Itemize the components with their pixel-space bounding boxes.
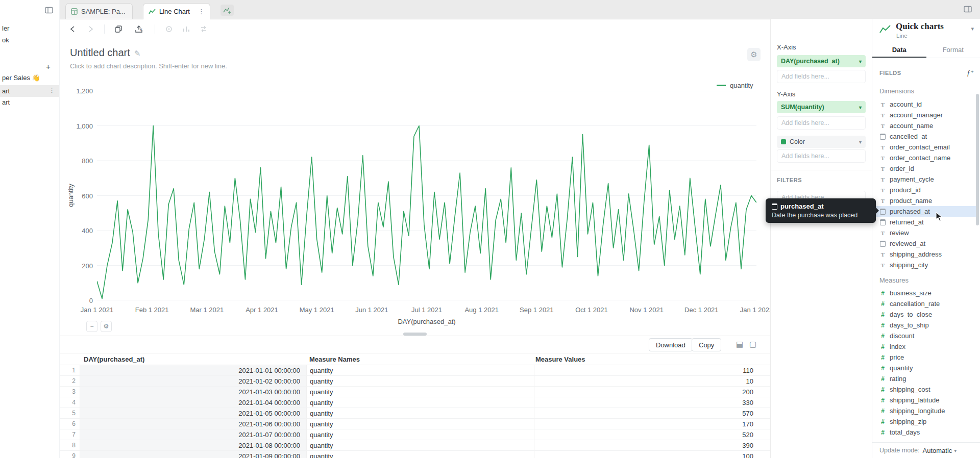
swap-axes-icon[interactable] xyxy=(198,23,209,35)
table-row[interactable]: 82021-01-08 00:00:00quantity390 xyxy=(59,440,770,451)
x-axis-field-pill[interactable]: DAY(purchased_at)▾ xyxy=(777,55,866,67)
field-item-days_to_close[interactable]: #days_to_close xyxy=(872,309,976,320)
sidebar-collapse-icon[interactable] xyxy=(44,5,54,15)
sidebar-item[interactable]: ler xyxy=(2,24,9,32)
chart-options-gear-icon[interactable]: ⚙ xyxy=(101,321,112,332)
field-item-cancelled_at[interactable]: cancelled_at xyxy=(872,131,976,142)
field-item-shipping_cost[interactable]: #shipping_cost xyxy=(872,384,976,395)
zoom-out-icon[interactable]: − xyxy=(86,321,97,332)
field-item-reviewed_at[interactable]: reviewed_at xyxy=(872,238,976,249)
field-item-days_to_ship[interactable]: #days_to_ship xyxy=(872,320,976,330)
field-item-index[interactable]: #index xyxy=(872,341,976,352)
field-item-account_manager[interactable]: Taccount_manager xyxy=(872,110,976,120)
chart-description-placeholder[interactable]: Click to add chart description. Shift-en… xyxy=(70,62,227,70)
vertical-scrollbar[interactable] xyxy=(976,94,979,225)
calendar-icon xyxy=(772,203,777,210)
toolbar-divider xyxy=(104,24,105,34)
column-header-measure-names[interactable]: Measure Names xyxy=(306,355,534,363)
tab-format[interactable]: Format xyxy=(926,42,980,58)
right-panel-toggle-icon[interactable] xyxy=(963,4,973,14)
field-label: price xyxy=(890,353,904,361)
cell-date: 2021-01-07 00:00:00 xyxy=(80,429,306,440)
sidebar-item[interactable]: per Sales 👋 xyxy=(2,74,40,82)
add-calculation-icon[interactable]: ƒ⁺ xyxy=(967,69,974,77)
field-item-business_size[interactable]: #business_size xyxy=(872,288,976,298)
field-item-shipping_zip[interactable]: #shipping_zip xyxy=(872,416,976,427)
color-section-toggle[interactable]: Color▾ xyxy=(777,136,866,148)
tab-data[interactable]: Data xyxy=(872,42,926,58)
edit-pencil-icon[interactable]: ✎ xyxy=(134,49,141,58)
x-tick-label: Oct 1 2021 xyxy=(575,306,608,314)
chevron-down-icon[interactable]: ▾ xyxy=(971,26,974,32)
cell-date: 2021-01-04 00:00:00 xyxy=(80,397,306,408)
field-item-purchased_at[interactable]: purchased_at xyxy=(872,206,976,217)
copy-button[interactable]: Copy xyxy=(692,338,721,351)
field-item-cancellation_rate[interactable]: #cancellation_rate xyxy=(872,298,976,309)
field-label: order_contact_name xyxy=(890,154,950,162)
y-axis-section-label: Y-Axis xyxy=(777,90,795,98)
field-item-quantity[interactable]: #quantity xyxy=(872,363,976,373)
table-row[interactable]: 62021-01-06 00:00:00quantity170 xyxy=(59,419,770,429)
field-item-returned_at[interactable]: returned_at xyxy=(872,217,976,227)
update-mode-dropdown[interactable]: Automatic▾ xyxy=(923,447,957,454)
field-item-price[interactable]: #price xyxy=(872,352,976,363)
y-axis-add-fields-dropzone[interactable]: Add fields here... xyxy=(777,116,866,130)
row-number: 6 xyxy=(59,419,80,429)
table-row[interactable]: 22021-01-02 00:00:00quantity10 xyxy=(59,376,770,387)
table-row[interactable]: 12021-01-01 00:00:00quantity110 xyxy=(59,365,770,376)
column-header-measure-values[interactable]: Measure Values xyxy=(534,355,757,363)
field-item-shipping_longitude[interactable]: #shipping_longitude xyxy=(872,405,976,416)
download-button[interactable]: Download xyxy=(649,338,693,351)
sidebar-item[interactable]: ok xyxy=(2,36,9,44)
sort-columns-icon[interactable] xyxy=(181,23,192,35)
column-header-date[interactable]: DAY(purchased_at) xyxy=(80,355,306,363)
field-item-product_id[interactable]: Tproduct_id xyxy=(872,185,976,195)
table-row[interactable]: 92021-01-09 00:00:00quantity100 xyxy=(59,451,770,458)
field-item-account_id[interactable]: Taccount_id xyxy=(872,99,976,110)
field-item-account_name[interactable]: Taccount_name xyxy=(872,120,976,131)
table-view-toggle-icon[interactable]: ▤ xyxy=(736,340,743,349)
crosshair-icon[interactable] xyxy=(163,23,175,35)
field-item-order_id[interactable]: Torder_id xyxy=(872,163,976,174)
y-axis-field-pill[interactable]: SUM(quantity)▾ xyxy=(777,101,866,113)
table-row[interactable]: 52021-01-05 00:00:00quantity570 xyxy=(59,408,770,419)
tab-line-chart[interactable]: Line Chart ⋮ xyxy=(143,3,210,19)
expand-view-toggle-icon[interactable]: ▢ xyxy=(749,340,756,349)
field-item-shipping_city[interactable]: Tshipping_city xyxy=(872,260,976,270)
pill-label: SUM(quantity) xyxy=(781,104,824,111)
table-row[interactable]: 72021-01-07 00:00:00quantity520 xyxy=(59,429,770,440)
field-item-product_name[interactable]: Tproduct_name xyxy=(872,195,976,206)
sidebar-add-button[interactable]: + xyxy=(46,62,51,71)
cell-measure-value: 570 xyxy=(534,408,757,418)
field-item-total_days[interactable]: #total_days xyxy=(872,427,976,438)
table-row[interactable]: 42021-01-04 00:00:00quantity330 xyxy=(59,397,770,408)
dimensions-list: Taccount_idTaccount_managerTaccount_name… xyxy=(872,99,976,270)
line-chart-plot[interactable] xyxy=(97,91,756,300)
field-item-shipping_address[interactable]: Tshipping_address xyxy=(872,249,976,260)
field-tooltip: purchased_at Date the purchase was place… xyxy=(766,198,876,223)
date-field-icon xyxy=(879,241,886,247)
field-item-shipping_latitude[interactable]: #shipping_latitude xyxy=(872,395,976,405)
kebab-menu-icon[interactable]: ⋮ xyxy=(48,86,55,94)
field-item-payment_cycle[interactable]: Tpayment_cycle xyxy=(872,174,976,185)
color-add-fields-dropzone[interactable]: Add fields here... xyxy=(777,149,866,163)
color-label: Color xyxy=(790,138,805,145)
field-item-review[interactable]: Treview xyxy=(872,227,976,238)
field-item-order_contact_email[interactable]: Torder_contact_email xyxy=(872,142,976,152)
table-row[interactable]: 32021-01-03 00:00:00quantity200 xyxy=(59,387,770,397)
new-chart-tab-button[interactable] xyxy=(220,5,234,16)
sidebar-item[interactable]: art xyxy=(2,98,10,106)
field-item-order_contact_name[interactable]: Torder_contact_name xyxy=(872,152,976,163)
x-axis-add-fields-dropzone[interactable]: Add fields here... xyxy=(777,70,866,83)
chart-settings-gear-icon[interactable]: ⚙ xyxy=(747,48,761,61)
cell-measure-name: quantity xyxy=(306,387,534,397)
tab-menu-icon[interactable]: ⋮ xyxy=(198,8,205,15)
export-icon[interactable]: ▾ xyxy=(130,23,146,35)
cell-date: 2021-01-02 00:00:00 xyxy=(80,376,306,386)
field-item-rating[interactable]: #rating xyxy=(872,373,976,384)
chart-legend[interactable]: quantity xyxy=(717,82,753,89)
tab-dataset[interactable]: SAMPLE: Pa... xyxy=(65,3,133,19)
cell-measure-value: 100 xyxy=(534,451,757,458)
field-item-discount[interactable]: #discount xyxy=(872,330,976,341)
duplicate-icon[interactable] xyxy=(113,23,124,35)
